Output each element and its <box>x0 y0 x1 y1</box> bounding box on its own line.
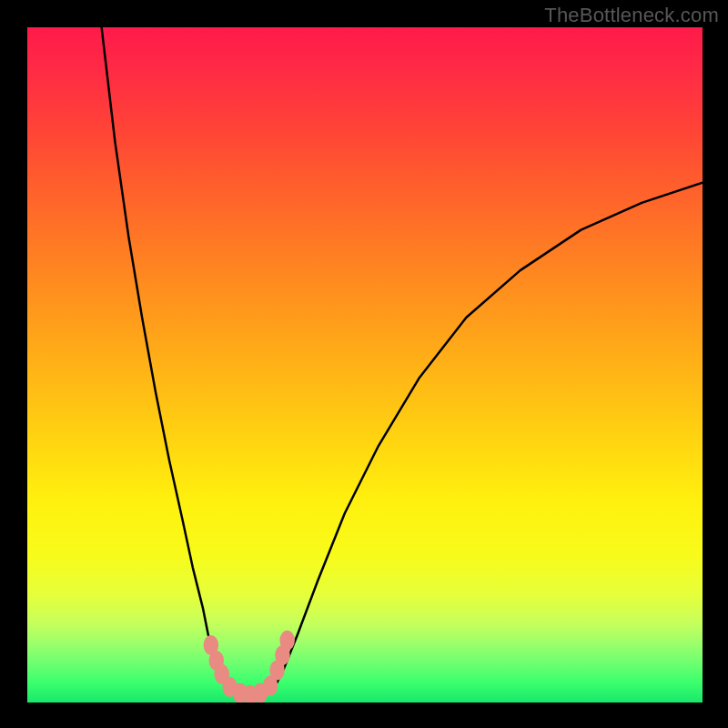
bottleneck-curve-canvas <box>27 27 703 703</box>
plot-area <box>27 27 703 703</box>
watermark-text: TheBottleneck.com <box>544 4 719 27</box>
outer-frame: TheBottleneck.com <box>0 0 728 728</box>
